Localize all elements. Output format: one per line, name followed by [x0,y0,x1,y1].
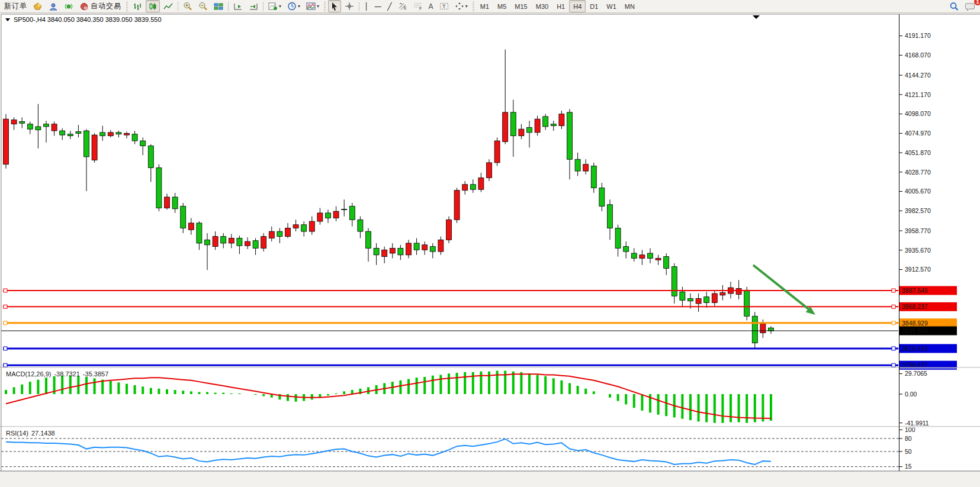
candle-body [608,205,613,228]
tile-windows-icon[interactable] [211,0,226,12]
tf-d1[interactable]: D1 [586,0,602,12]
candle-body [752,316,757,343]
candle-body [487,163,492,178]
candle-body [688,298,693,301]
candle-body [454,191,460,220]
price-tick-label: 4144.270 [905,72,931,79]
chevron-down-icon: ▾ [279,4,281,9]
signal-icon[interactable] [62,0,76,12]
periods-clock-icon[interactable]: ▾ [285,0,303,12]
level-handle[interactable] [892,347,895,350]
price-tick-label: 4005.670 [905,188,931,195]
tf-h1[interactable]: H1 [552,0,569,12]
cursor-icon[interactable] [328,0,341,12]
svg-text:F: F [419,7,422,11]
macd-axis-label: 0.00 [905,391,917,398]
candle-body [253,241,258,249]
candle-body [648,253,653,259]
level-handle[interactable] [4,363,7,367]
auto-scroll-icon[interactable] [246,0,261,12]
text-tool-icon[interactable]: A [426,0,436,12]
candle-body [527,127,532,133]
level-handle[interactable] [4,321,7,325]
candle-body [712,294,717,303]
candle-body [156,167,162,208]
candle-body [245,241,250,246]
auto-trading-button[interactable]: 自动交易 [77,0,124,12]
candle-body [188,223,194,230]
candle-body [640,255,645,259]
price-tick-label: 3935.670 [905,247,931,254]
chart-window[interactable]: 4191.1704168.0704144.2704121.1704098.070… [0,13,980,487]
level-handle[interactable] [4,305,7,308]
tf-m15[interactable]: M15 [510,0,531,12]
fibo-grid-icon[interactable]: F [411,0,425,12]
rsi-axis-label: 80 [905,435,912,442]
price-tick-label: 3958.770 [905,227,931,234]
candle-body [406,243,412,255]
chat-icon[interactable]: 1 [963,0,978,12]
candle-body [92,135,97,160]
candle-body [583,165,589,171]
candle-body [422,245,428,250]
candlestick-chart-icon[interactable] [146,0,160,12]
label-tool-icon[interactable]: T [437,0,451,12]
candle-body [470,185,475,190]
toolbar-grip [126,2,128,11]
level-handle[interactable] [4,347,7,350]
candle-body [760,324,766,333]
candle-body [551,124,556,126]
candle-body [27,124,33,130]
candle-body [559,114,564,126]
fibonacci-icon[interactable]: E [396,0,410,12]
tf-mn[interactable]: MN [621,0,639,12]
tf-m30[interactable]: M30 [532,0,552,12]
toolbar-grip [324,2,326,11]
vertical-line-icon[interactable]: │ [362,0,371,12]
candle-body [132,134,137,141]
candle-body [720,293,725,295]
line-chart-icon[interactable] [161,0,175,12]
bar-chart-icon[interactable] [130,0,144,12]
candle-body [76,131,81,133]
arrows-tool-icon[interactable]: ▾ [452,0,470,12]
level-handle[interactable] [892,363,895,367]
level-price-tag-label: 3818.410 [902,345,928,352]
candle-body [261,237,266,249]
level-handle[interactable] [892,305,895,308]
candle-body [205,240,210,245]
candle-body [503,112,508,142]
candle-body [696,298,701,304]
search-icon[interactable] [947,0,962,12]
horizontal-line-icon[interactable]: — [372,0,384,12]
gold-nugget-icon[interactable] [31,0,45,12]
candle-body [124,133,130,135]
level-handle[interactable] [892,321,895,325]
level-handle[interactable] [892,289,895,292]
candle-body [704,297,709,303]
new-order-button[interactable]: 新订单 [2,0,30,12]
support-agent-icon[interactable] [46,0,60,12]
candle-body [181,207,186,228]
tf-m1[interactable]: M1 [476,0,493,12]
add-indicator-icon[interactable]: ▾ [266,0,284,12]
candle-body [221,237,226,243]
candle-body [11,120,17,124]
zoom-in-icon[interactable] [181,0,195,12]
chart-shift-icon[interactable] [231,0,245,12]
tf-h4[interactable]: H4 [569,0,586,12]
candle-body [285,228,291,236]
price-tick-label: 4191.170 [905,32,931,39]
crosshair-icon[interactable] [342,0,356,12]
tf-w1[interactable]: W1 [602,0,621,12]
candle-body [358,220,363,231]
chart-template-icon[interactable]: ▾ [304,0,322,12]
price-axis-bg [899,14,980,471]
level-handle[interactable] [4,289,7,292]
zoom-out-icon[interactable] [196,0,210,12]
candle-body [197,223,202,243]
tf-m5[interactable]: M5 [493,0,510,12]
candle-body [349,207,355,220]
trendline-icon[interactable]: ╱ [385,0,394,12]
level-price-tag-label: 3887.545 [902,287,928,294]
